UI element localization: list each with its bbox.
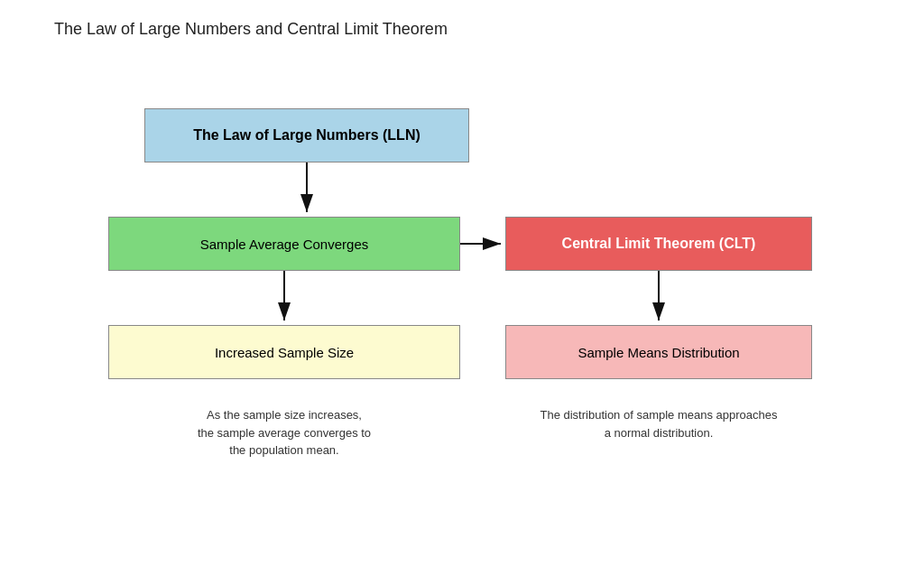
- clt-box: Central Limit Theorem (CLT): [505, 217, 812, 271]
- page-title: The Law of Large Numbers and Central Lim…: [54, 20, 448, 39]
- means-box: Sample Means Distribution: [505, 325, 812, 379]
- clt-note: The distribution of sample means approac…: [505, 406, 812, 441]
- sample-size-box: Increased Sample Size: [108, 325, 460, 379]
- lln-box: The Law of Large Numbers (LLN): [144, 108, 469, 162]
- diagram: The Law of Large Numbers (LLN) Sample Av…: [54, 72, 884, 542]
- lln-note: As the sample size increases,the sample …: [108, 406, 460, 460]
- converges-box: Sample Average Converges: [108, 217, 460, 271]
